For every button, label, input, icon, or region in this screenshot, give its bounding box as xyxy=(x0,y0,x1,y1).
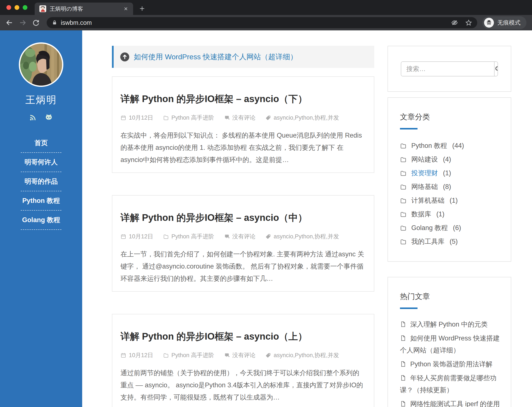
author-name: 王炳明 xyxy=(0,93,82,107)
file-icon xyxy=(400,361,406,367)
article-comments[interactable]: 没有评论 xyxy=(224,114,256,122)
back-button[interactable] xyxy=(6,19,13,27)
hot-article-item[interactable]: 深入理解 Python 中的元类 xyxy=(400,318,502,330)
category-list: Python 教程 (44) 网站建设 (4) 投资理财 (1) xyxy=(400,139,502,248)
file-icon xyxy=(400,321,406,327)
folder-icon xyxy=(400,225,407,231)
sidebar-nav: 首页 明哥何许人 明哥的作品 Python 教程 Golang 教程 xyxy=(0,133,82,230)
hot-article-list: 深入理解 Python 中的元类如何使用 WordPress 快速搭建个人网站（… xyxy=(400,318,502,407)
article-title[interactable]: 详解 Python 的异步IO框架 – asyncio（上） xyxy=(120,330,366,343)
bookmark-star-icon[interactable] xyxy=(465,19,472,26)
hot-articles-heading: 热门文章 xyxy=(400,291,502,302)
category-item[interactable]: 计算机基础 (1) xyxy=(400,194,502,207)
article-excerpt: 通过前两节的铺垫（关于协程的使用），今天我们终于可以来介绍我们整个系列的重点 –… xyxy=(120,367,366,403)
category-item[interactable]: 投资理财 (1) xyxy=(400,166,502,180)
sidebar-nav-item[interactable]: 首页 xyxy=(0,133,82,152)
tag-icon xyxy=(265,234,271,239)
article-title[interactable]: 详解 Python 的异步IO框架 – asyncio（下） xyxy=(120,93,366,105)
incognito-label: 无痕模式 xyxy=(497,19,520,27)
incognito-icon xyxy=(484,18,494,28)
folder-icon xyxy=(400,211,407,218)
rss-icon[interactable] xyxy=(29,114,37,121)
sidebar-nav-item[interactable]: Golang 教程 xyxy=(0,211,82,229)
article-tags[interactable]: asyncio,Python,协程,并发 xyxy=(265,114,339,122)
article-category[interactable]: Python 高手进阶 xyxy=(163,233,214,240)
file-icon xyxy=(400,335,406,341)
search-input[interactable] xyxy=(401,62,494,76)
folder-icon xyxy=(400,142,407,149)
category-item[interactable]: 我的工具库 (5) xyxy=(400,235,502,248)
avatar xyxy=(19,42,63,87)
browser-tab[interactable]: 王炳明の博客 xyxy=(35,3,133,15)
categories-widget: 文章分类 Python 教程 (44) 网站建设 (4) xyxy=(388,97,511,262)
eye-blocked-icon[interactable] xyxy=(451,19,458,26)
sidebar-nav-item[interactable]: Python 教程 xyxy=(0,191,82,210)
article-comments[interactable]: 没有评论 xyxy=(224,233,256,240)
tab-close-icon[interactable] xyxy=(123,6,128,11)
heading-underline xyxy=(400,128,417,129)
lock-icon xyxy=(52,20,57,25)
article-date: 10月12日 xyxy=(120,114,153,122)
article-excerpt: 在实战中，将会用到以下知识点： 多线程的基本使用 Queue消息队列的使用 Re… xyxy=(120,129,366,166)
tag-icon xyxy=(265,352,271,358)
folder-icon xyxy=(163,115,169,121)
article-card: 详解 Python 的异步IO框架 – asyncio（上） 10月12日 xyxy=(112,314,374,407)
article-date: 10月12日 xyxy=(120,351,153,359)
notice-link[interactable]: 如何使用 WordPress 快速搭建个人网站（超详细） xyxy=(134,52,297,62)
minimize-window-button[interactable] xyxy=(15,5,19,10)
browser-toolbar: iswbm.com 无痕模式 xyxy=(0,15,532,30)
hot-article-item[interactable]: 网络性能测试工具 iperf 的使用 xyxy=(400,398,502,407)
hot-article-item[interactable]: Python 装饰器进阶用法详解 xyxy=(400,358,502,370)
comment-icon xyxy=(224,352,230,358)
category-item[interactable]: Python 教程 (44) xyxy=(400,139,502,153)
folder-icon xyxy=(400,156,407,163)
article-comments[interactable]: 没有评论 xyxy=(224,351,256,359)
file-icon xyxy=(400,401,406,407)
address-bar[interactable]: iswbm.com xyxy=(47,17,477,28)
article-card: 详解 Python 的异步IO框架 – asyncio（中） 10月12日 xyxy=(112,195,374,292)
blog-sidebar: 王炳明 首页 明哥何许人 xyxy=(0,30,82,407)
search-button[interactable] xyxy=(494,62,498,76)
folder-icon xyxy=(400,170,407,177)
hot-articles-widget: 热门文章 深入理解 Python 中的元类如何使用 WordPress 快速搭建… xyxy=(388,277,511,407)
arrow-up-circle-icon xyxy=(120,52,129,62)
category-item[interactable]: Golang 教程 (6) xyxy=(400,221,502,235)
tab-title: 王炳明の博客 xyxy=(50,5,123,13)
article-category[interactable]: Python 高手进阶 xyxy=(163,114,214,122)
search-icon xyxy=(494,65,498,72)
incognito-badge: 无痕模式 xyxy=(482,16,526,29)
hot-article-item[interactable]: 如何使用 WordPress 快速搭建个人网站（超详细） xyxy=(400,332,502,356)
article-title[interactable]: 详解 Python 的异步IO框架 – asyncio（中） xyxy=(120,211,366,224)
search-widget xyxy=(388,46,511,92)
calendar-icon xyxy=(120,115,126,121)
category-item[interactable]: 网站建设 (4) xyxy=(400,153,502,166)
heading-underline xyxy=(400,307,417,309)
window-controls xyxy=(0,0,35,15)
github-icon[interactable] xyxy=(45,114,53,121)
category-item[interactable]: 数据库 (1) xyxy=(400,207,502,221)
forward-button[interactable] xyxy=(19,19,27,27)
sidebar-nav-item[interactable]: 明哥何许人 xyxy=(0,153,82,172)
article-excerpt: 在上一节，我们首先介绍了，如何创建一个协程对象. 主要有两种方法 通过async… xyxy=(120,248,366,285)
article-card: 详解 Python 的异步IO框架 – asyncio（下） 10月12日 xyxy=(112,76,374,173)
article-tags[interactable]: asyncio,Python,协程,并发 xyxy=(265,351,339,359)
new-tab-button[interactable] xyxy=(139,5,146,12)
calendar-icon xyxy=(120,234,126,239)
nav-separator xyxy=(21,229,62,230)
article-category[interactable]: Python 高手进阶 xyxy=(163,351,214,359)
reload-button[interactable] xyxy=(32,19,40,27)
sidebar-nav-item[interactable]: 明哥的作品 xyxy=(0,172,82,191)
comment-icon xyxy=(224,234,230,239)
category-item[interactable]: 网络基础 (8) xyxy=(400,180,502,194)
close-window-button[interactable] xyxy=(7,5,11,10)
browser-tab-strip: 王炳明の博客 xyxy=(0,0,532,15)
site-favicon-icon xyxy=(39,5,46,12)
hot-article-item[interactable]: 年轻人买房前需要做足哪些功课？（持续更新） xyxy=(400,372,502,396)
zoom-window-button[interactable] xyxy=(23,5,27,10)
url-text: iswbm.com xyxy=(61,19,451,26)
folder-icon xyxy=(400,184,407,190)
folder-icon xyxy=(400,238,407,245)
file-icon xyxy=(400,375,406,381)
article-tags[interactable]: asyncio,Python,协程,并发 xyxy=(265,233,339,240)
article-list: 详解 Python 的异步IO框架 – asyncio（下） 10月12日 xyxy=(112,76,374,407)
